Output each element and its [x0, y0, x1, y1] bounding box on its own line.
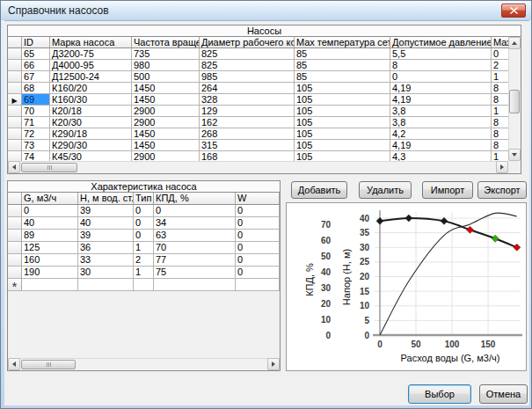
table-cell[interactable]: 0: [390, 71, 492, 83]
row-header[interactable]: [8, 205, 22, 217]
table-cell[interactable]: 105: [295, 83, 390, 94]
table-cell[interactable]: 36: [78, 242, 134, 254]
table-cell[interactable]: 85: [295, 60, 390, 71]
column-header[interactable]: G, м3/ч: [22, 193, 78, 205]
table-cell[interactable]: 0: [134, 217, 154, 230]
pumps-vertical-scrollbar[interactable]: [508, 37, 521, 161]
table-cell[interactable]: 105: [295, 128, 390, 140]
row-header[interactable]: [8, 48, 22, 60]
import-button[interactable]: Импорт: [422, 181, 473, 199]
table-cell[interactable]: 63: [154, 230, 236, 242]
row-header[interactable]: [8, 106, 22, 117]
table-cell[interactable]: 105: [295, 94, 390, 106]
table-cell[interactable]: 0: [236, 254, 280, 267]
column-header[interactable]: Max высота: [492, 37, 508, 48]
table-cell[interactable]: 190: [22, 267, 78, 279]
table-cell[interactable]: 40: [78, 217, 134, 230]
table-cell[interactable]: 4,19: [390, 94, 492, 106]
characteristics-horizontal-scrollbar[interactable]: [8, 358, 280, 370]
table-cell[interactable]: 39: [78, 205, 134, 217]
table-cell[interactable]: 65: [22, 48, 50, 60]
table-cell[interactable]: 985: [200, 71, 295, 83]
scroll-right-button[interactable]: [496, 161, 508, 173]
row-header[interactable]: *: [8, 279, 22, 291]
table-cell[interactable]: 3,8: [390, 117, 492, 128]
table-cell[interactable]: 67: [22, 71, 50, 83]
table-cell[interactable]: 0: [22, 205, 78, 217]
table-cell[interactable]: К160/30: [50, 94, 132, 106]
table-cell[interactable]: 70: [154, 242, 236, 254]
row-header[interactable]: [8, 71, 22, 83]
column-header[interactable]: КПД, %: [154, 193, 236, 205]
table-cell[interactable]: 1450: [132, 128, 200, 140]
table-cell[interactable]: 1450: [132, 94, 200, 106]
select-button[interactable]: Выбор: [408, 384, 471, 404]
table-cell[interactable]: 8: [390, 60, 492, 71]
column-header[interactable]: Н, м вод. ст.: [78, 193, 134, 205]
table-cell[interactable]: 0: [134, 205, 154, 217]
table-cell[interactable]: 4,2: [390, 128, 492, 140]
vertical-scroll-thumb[interactable]: [509, 90, 520, 113]
table-cell[interactable]: 70: [22, 106, 50, 117]
row-header[interactable]: [8, 83, 22, 94]
table-cell[interactable]: К20/18: [50, 106, 132, 117]
table-cell[interactable]: 30: [78, 267, 134, 279]
column-header[interactable]: Допустимое давление: [390, 37, 492, 48]
table-cell[interactable]: 8: [492, 94, 508, 106]
export-button[interactable]: Экспорт: [477, 181, 527, 199]
column-header[interactable]: Max температура сете: [295, 37, 390, 48]
table-cell[interactable]: К160/20: [50, 83, 132, 94]
row-header[interactable]: [8, 60, 22, 71]
column-header[interactable]: Частота вращения, об: [132, 37, 200, 48]
table-cell[interactable]: 85: [295, 71, 390, 83]
table-cell[interactable]: 268: [200, 128, 295, 140]
table-cell[interactable]: Д12500-24: [50, 71, 132, 83]
corner-header-cell[interactable]: [8, 37, 22, 48]
table-cell[interactable]: 68: [22, 83, 50, 94]
table-cell[interactable]: К290/18: [50, 128, 132, 140]
table-cell[interactable]: 1: [492, 71, 508, 83]
row-header[interactable]: [8, 117, 22, 128]
row-header[interactable]: [8, 254, 22, 267]
horizontal-scroll-thumb[interactable]: [21, 360, 76, 369]
table-cell[interactable]: 72: [22, 128, 50, 140]
table-cell[interactable]: 735: [132, 48, 200, 60]
add-button[interactable]: Добавить: [291, 181, 347, 199]
table-cell[interactable]: 73: [22, 140, 50, 151]
table-cell[interactable]: 4,19: [390, 140, 492, 151]
table-cell[interactable]: [22, 279, 78, 291]
table-cell[interactable]: 85: [295, 48, 390, 60]
table-cell[interactable]: 315: [200, 140, 295, 151]
delete-button[interactable]: Удалить: [359, 181, 412, 199]
table-cell[interactable]: 125: [22, 242, 78, 254]
table-cell[interactable]: 0: [236, 267, 280, 279]
table-cell[interactable]: 0: [154, 205, 236, 217]
row-header[interactable]: [8, 128, 22, 140]
table-cell[interactable]: 4,19: [390, 83, 492, 94]
row-header[interactable]: [8, 230, 22, 242]
table-cell[interactable]: 75: [154, 267, 236, 279]
table-cell[interactable]: 8: [492, 83, 508, 94]
table-cell[interactable]: 69: [22, 94, 50, 106]
cancel-button[interactable]: Отмена: [479, 384, 528, 404]
column-header[interactable]: Марка насоса: [50, 37, 132, 48]
table-cell[interactable]: 105: [295, 140, 390, 151]
column-header[interactable]: ID: [22, 37, 50, 48]
table-cell[interactable]: 264: [200, 83, 295, 94]
table-cell[interactable]: [154, 279, 236, 291]
table-cell[interactable]: 40: [22, 217, 78, 230]
table-cell[interactable]: 0: [236, 205, 280, 217]
table-cell[interactable]: 2900: [132, 117, 200, 128]
scroll-up-button[interactable]: [508, 37, 521, 49]
column-header[interactable]: Тип: [134, 193, 154, 205]
table-cell[interactable]: 328: [200, 94, 295, 106]
table-cell[interactable]: 0: [236, 230, 280, 242]
table-cell[interactable]: 1450: [132, 140, 200, 151]
column-header[interactable]: Диаметр рабочего ко: [200, 37, 295, 48]
table-cell[interactable]: 8: [492, 117, 508, 128]
table-cell[interactable]: 8: [492, 140, 508, 151]
table-cell[interactable]: 89: [22, 230, 78, 242]
row-header[interactable]: [8, 242, 22, 254]
horizontal-scroll-thumb[interactable]: [21, 163, 77, 172]
table-cell[interactable]: 39: [78, 230, 134, 242]
